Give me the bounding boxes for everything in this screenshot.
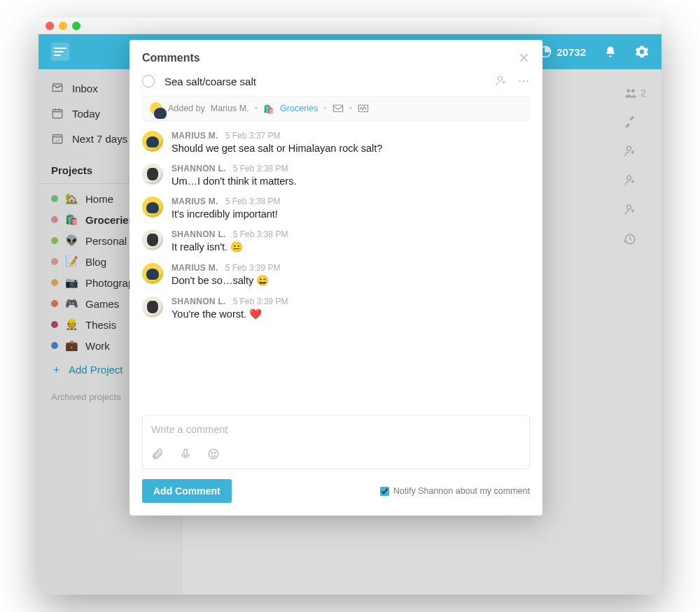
svg-point-27	[519, 80, 521, 82]
comments-modal: Comments ✕ Sea salt/coarse salt Added by…	[130, 40, 542, 515]
window-minimize-button[interactable]	[59, 22, 67, 30]
comment-timestamp: 5 Feb 3:39 PM	[225, 263, 281, 273]
svg-point-29	[526, 80, 528, 82]
comment-item: SHANNON L.5 Feb 3:38 PMIt really isn't. …	[142, 229, 530, 253]
svg-rect-30	[333, 105, 342, 111]
comment-author: MARIUS M.	[172, 263, 218, 273]
app-logo-icon[interactable]	[51, 43, 69, 61]
meta-avatar	[150, 102, 162, 115]
comment-item: MARIUS M.5 Feb 3:39 PMDon't be so…salty …	[142, 263, 530, 287]
comment-timestamp: 5 Feb 3:38 PM	[225, 197, 281, 206]
comment-item: SHANNON L.5 Feb 3:39 PMYou're the worst.…	[142, 297, 530, 320]
notifications-icon[interactable]	[604, 45, 617, 58]
emoji-icon[interactable]	[207, 448, 220, 460]
comment-avatar	[142, 197, 163, 218]
comment-author: SHANNON L.	[172, 229, 226, 239]
comment-avatar	[142, 297, 163, 318]
comments-list: MARIUS M.5 Feb 3:37 PMShould we get sea …	[142, 131, 530, 408]
task-header: Sea salt/coarse salt	[142, 75, 530, 87]
comment-author: SHANNON L.	[172, 297, 226, 306]
comment-author: SHANNON L.	[172, 164, 226, 173]
comment-timestamp: 5 Feb 3:37 PM	[225, 131, 281, 141]
svg-point-35	[215, 453, 216, 454]
modal-close-button[interactable]: ✕	[518, 50, 530, 66]
comment-avatar	[142, 164, 163, 185]
comment-timestamp: 5 Feb 3:38 PM	[233, 164, 288, 173]
project-link[interactable]: Groceries	[280, 104, 318, 113]
microphone-icon[interactable]	[179, 448, 192, 460]
comment-text: You're the worst. ❤️	[172, 308, 288, 320]
window-maximize-button[interactable]	[72, 22, 80, 30]
comment-avatar	[142, 229, 163, 250]
app-window: Quick Find 20732	[38, 17, 662, 595]
comment-text: It's incredibly important!	[172, 208, 280, 220]
window-close-button[interactable]	[46, 22, 54, 30]
comment-timestamp: 5 Feb 3:38 PM	[233, 229, 288, 239]
added-by-name: Marius M.	[211, 104, 249, 113]
modal-title: Comments	[142, 52, 200, 64]
svg-point-34	[211, 453, 213, 454]
comment-item: SHANNON L.5 Feb 3:38 PMUm…I don't think …	[142, 164, 530, 187]
activity-meta-icon[interactable]	[358, 104, 369, 113]
comment-text: Um…I don't think it matters.	[172, 176, 296, 187]
comment-author: MARIUS M.	[172, 131, 218, 141]
karma-value: 20732	[556, 46, 586, 58]
svg-point-28	[523, 80, 524, 82]
svg-rect-32	[184, 449, 188, 455]
comment-text: It really isn't. 😐	[172, 241, 288, 253]
svg-point-33	[209, 449, 218, 459]
notify-toggle[interactable]: Notify Shannon about my comment	[380, 486, 530, 496]
assign-person-icon[interactable]	[495, 75, 507, 87]
karma-count[interactable]: 20732	[538, 45, 586, 59]
notify-checkbox[interactable]	[380, 487, 389, 496]
project-emoji: 🛍️	[263, 104, 274, 114]
added-by-label: Added by	[168, 104, 205, 113]
email-icon[interactable]	[332, 104, 344, 113]
comment-avatar	[142, 263, 163, 284]
comment-item: MARIUS M.5 Feb 3:37 PMShould we get sea …	[142, 131, 530, 154]
comment-input[interactable]	[143, 415, 529, 443]
more-actions-icon[interactable]	[517, 75, 530, 87]
settings-icon[interactable]	[635, 45, 649, 59]
comment-text: Don't be so…salty 😄	[172, 275, 280, 287]
add-comment-button[interactable]: Add Comment	[142, 479, 232, 503]
task-title: Sea salt/coarse salt	[164, 76, 485, 87]
comment-item: MARIUS M.5 Feb 3:38 PMIt's incredibly im…	[142, 197, 530, 220]
compose-box	[142, 415, 530, 469]
window-titlebar	[38, 17, 662, 34]
comment-avatar	[142, 131, 163, 152]
comment-timestamp: 5 Feb 3:39 PM	[233, 297, 288, 306]
attachment-icon[interactable]	[151, 448, 164, 460]
svg-point-24	[498, 76, 503, 80]
task-meta-bar: Added by Marius M. • 🛍️ Groceries • •	[142, 96, 530, 121]
comment-author: MARIUS M.	[172, 197, 218, 206]
comment-text: Should we get sea salt or Himalayan rock…	[172, 143, 382, 154]
task-complete-checkbox[interactable]	[142, 75, 155, 87]
notify-label: Notify Shannon about my comment	[393, 486, 530, 496]
